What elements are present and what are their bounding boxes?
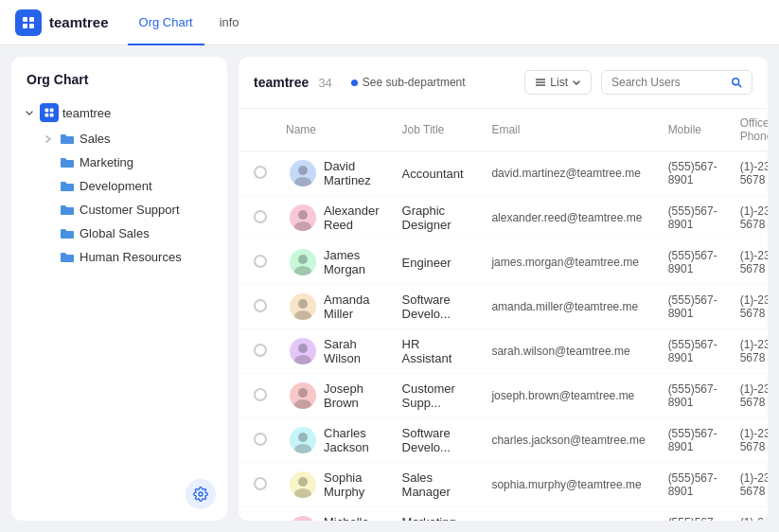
tree-item-customer-support[interactable]: Customer Support xyxy=(38,198,220,222)
svg-rect-1 xyxy=(29,17,34,22)
row-email: alexander.reed@teamtree.me xyxy=(480,196,656,240)
nav-tab-info[interactable]: info xyxy=(208,1,251,45)
user-name: Sarah Wilson xyxy=(324,337,380,365)
row-job-title: Accountant xyxy=(391,151,481,196)
top-nav: teamtree Org Chart info xyxy=(0,0,779,45)
row-office-phone: (1)-234-5678 xyxy=(729,151,768,196)
svg-point-15 xyxy=(294,177,311,186)
row-job-title: Engineer xyxy=(391,240,481,285)
col-name: Name xyxy=(278,109,391,151)
tree-item-root[interactable]: teamtree xyxy=(19,98,220,127)
table-row[interactable]: Charles Jackson Software Develo... charl… xyxy=(239,418,768,463)
svg-point-28 xyxy=(298,477,308,487)
svg-point-16 xyxy=(298,210,308,220)
brand-name: teamtree xyxy=(49,14,109,30)
col-office-phone: Office Phone xyxy=(729,109,768,151)
folder-icon xyxy=(59,180,76,193)
main-content: Org Chart xyxy=(0,45,779,532)
row-select[interactable] xyxy=(239,507,278,522)
row-office-phone: (1)-234-5678 xyxy=(729,507,768,522)
avatar xyxy=(290,427,316,453)
row-name: James Morgan xyxy=(278,240,391,285)
tree-item-label: Development xyxy=(80,179,152,193)
chevron-down-icon xyxy=(23,106,36,119)
brand: teamtree xyxy=(15,9,109,36)
row-select[interactable] xyxy=(239,196,278,240)
sidebar-title: Org Chart xyxy=(11,72,227,98)
row-select[interactable] xyxy=(239,374,278,418)
row-select[interactable] xyxy=(239,151,278,196)
radio-button[interactable] xyxy=(254,477,267,490)
row-select[interactable] xyxy=(239,329,278,374)
row-mobile: (555)567-8901 xyxy=(657,374,729,418)
row-select[interactable] xyxy=(239,418,278,463)
brand-logo-icon xyxy=(15,9,42,36)
row-office-phone: (1)-234-5678 xyxy=(729,285,768,329)
user-name: Michelle Kuan xyxy=(324,515,380,521)
table-row[interactable]: Amanda Miller Software Develo... amanda.… xyxy=(239,285,768,329)
list-view-button[interactable]: List xyxy=(524,70,592,95)
col-select xyxy=(239,109,278,151)
radio-button[interactable] xyxy=(254,210,267,223)
chevron-right-icon xyxy=(42,133,55,146)
radio-button[interactable] xyxy=(254,166,267,179)
table-row[interactable]: Alexander Reed Graphic Designer alexande… xyxy=(239,196,768,240)
panel-count: 34 xyxy=(318,76,331,90)
row-name: Amanda Miller xyxy=(278,285,391,329)
svg-point-12 xyxy=(733,79,739,85)
tree-item-marketing[interactable]: Marketing xyxy=(38,151,220,174)
folder-icon xyxy=(59,133,76,146)
search-box[interactable] xyxy=(601,70,752,95)
row-name: Charles Jackson xyxy=(278,418,391,463)
svg-point-24 xyxy=(298,388,308,398)
tree-item-global-sales[interactable]: Global Sales xyxy=(38,222,220,245)
gear-button[interactable] xyxy=(186,479,216,509)
avatar xyxy=(290,204,316,231)
row-select[interactable] xyxy=(239,463,278,507)
row-job-title: Customer Supp... xyxy=(391,374,481,418)
radio-button[interactable] xyxy=(254,433,267,446)
avatar xyxy=(290,471,316,498)
search-input[interactable] xyxy=(611,76,725,89)
tree-item-label: Customer Support xyxy=(80,203,180,217)
avatar xyxy=(290,382,316,409)
tree-item-development[interactable]: Development xyxy=(38,174,220,198)
svg-rect-4 xyxy=(45,109,49,113)
table-row[interactable]: Michelle Kuan Marketing Mana... michelle… xyxy=(239,507,768,522)
svg-point-26 xyxy=(298,433,308,442)
avatar xyxy=(290,516,316,521)
table-row[interactable]: Sophia Murphy Sales Manager sophia.murph… xyxy=(239,463,768,507)
table-row[interactable]: David Martinez Accountant david.martinez… xyxy=(239,151,768,196)
row-job-title: HR Assistant xyxy=(391,329,481,374)
table-row[interactable]: Sarah Wilson HR Assistant sarah.wilson@t… xyxy=(239,329,768,374)
radio-button[interactable] xyxy=(254,255,267,268)
radio-button[interactable] xyxy=(254,344,267,357)
tree-item-human-resources[interactable]: Human Resources xyxy=(38,245,220,269)
row-office-phone: (1)-234-5678 xyxy=(729,240,768,285)
table-row[interactable]: Joseph Brown Customer Supp... joseph.bro… xyxy=(239,374,768,418)
sub-department-button[interactable]: See sub-department xyxy=(344,73,473,92)
svg-point-21 xyxy=(294,310,311,320)
row-email: david.martinez@teamtree.me xyxy=(480,151,656,196)
users-table: Name Job Title Email Mobile Office Phone xyxy=(239,109,768,521)
row-email: sarah.wilson@teamtree.me xyxy=(480,329,656,374)
svg-line-13 xyxy=(738,84,741,87)
tree-item-sales[interactable]: Sales xyxy=(38,127,220,151)
svg-rect-2 xyxy=(23,24,27,28)
row-select[interactable] xyxy=(239,240,278,285)
row-office-phone: (1)-234-5678 xyxy=(729,374,768,418)
row-name: Alexander Reed xyxy=(278,196,391,240)
row-name: Michelle Kuan xyxy=(278,507,391,522)
panel-title: teamtree xyxy=(254,75,309,90)
tree-item-label: Sales xyxy=(80,132,111,146)
radio-button[interactable] xyxy=(254,388,267,401)
row-name: Sophia Murphy xyxy=(278,463,391,507)
row-select[interactable] xyxy=(239,285,278,329)
row-mobile: (555)567-8901 xyxy=(657,463,729,507)
table-row[interactable]: James Morgan Engineer james.morgan@teamt… xyxy=(239,240,768,285)
row-job-title: Software Develo... xyxy=(391,285,481,329)
row-mobile: (555)567-8901 xyxy=(657,507,729,522)
radio-button[interactable] xyxy=(254,299,267,312)
row-office-phone: (1)-234-5678 xyxy=(729,329,768,374)
nav-tab-orgchart[interactable]: Org Chart xyxy=(128,1,204,45)
